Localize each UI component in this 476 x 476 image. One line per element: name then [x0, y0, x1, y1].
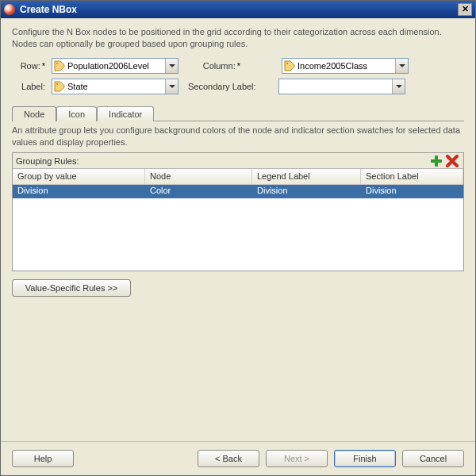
secondary-label-label: Secondary Label:	[188, 82, 275, 91]
dialog-window: Create NBox ✕ Configure the N Box nodes …	[0, 0, 476, 476]
header-node[interactable]: Node	[145, 169, 252, 184]
svg-point-5	[56, 83, 58, 85]
tabs: Node Icon Indicator	[12, 106, 464, 121]
header-groupby[interactable]: Group by value	[13, 169, 145, 184]
header-legend[interactable]: Legend Label	[252, 169, 361, 184]
tab-description: An attribute group lets you configure ba…	[12, 125, 464, 148]
tab-node[interactable]: Node	[12, 106, 56, 121]
add-icon[interactable]	[430, 155, 443, 167]
titlebar: Create NBox ✕	[1, 1, 475, 18]
back-button[interactable]: < Back	[198, 450, 259, 467]
row-label: Row:*	[12, 61, 48, 71]
chevron-down-icon[interactable]	[165, 79, 178, 94]
grouping-rules-table: Grouping Rules: Group by value Node Lege…	[12, 152, 464, 271]
svg-marker-0	[55, 61, 64, 71]
svg-marker-4	[55, 82, 64, 91]
close-icon[interactable]: ✕	[458, 3, 472, 16]
grouping-rules-title: Grouping Rules:	[16, 156, 427, 166]
tab-panel-node: An attribute group lets you configure ba…	[12, 121, 464, 298]
cell-legend: Division	[252, 185, 361, 198]
column-value: Income2005Class	[298, 61, 395, 71]
svg-point-3	[286, 63, 288, 64]
intro-text: Configure the N Box nodes to be position…	[12, 26, 464, 50]
tab-indicator[interactable]: Indicator	[97, 106, 154, 121]
table-row[interactable]: Division Color Division Division	[13, 185, 463, 198]
cancel-button[interactable]: Cancel	[402, 450, 464, 467]
secondary-label-combo[interactable]	[278, 79, 405, 94]
tag-icon	[54, 81, 65, 92]
footer: Help < Back Next > Finish Cancel	[1, 441, 475, 475]
delete-icon[interactable]	[446, 155, 459, 167]
tab-icon[interactable]: Icon	[56, 106, 97, 121]
table-header: Group by value Node Legend Label Section…	[13, 169, 463, 185]
row-combo[interactable]: Population2006Level	[52, 58, 178, 74]
row-value: Population2006Level	[67, 61, 165, 71]
cell-section: Division	[361, 185, 463, 198]
column-combo[interactable]: Income2005Class	[282, 58, 409, 74]
content-area: Configure the N Box nodes to be position…	[1, 18, 475, 441]
app-icon	[4, 4, 15, 15]
value-specific-rules-button[interactable]: Value-Specific Rules >>	[12, 279, 131, 297]
tag-icon	[284, 60, 295, 71]
label-value: State	[67, 82, 165, 91]
window-title: Create NBox	[20, 4, 77, 15]
column-label: Column:*	[188, 61, 244, 71]
table-toolbar: Grouping Rules:	[13, 153, 463, 169]
header-section[interactable]: Section Label	[361, 169, 463, 184]
svg-point-1	[56, 63, 58, 64]
label-label: Label:	[12, 82, 48, 91]
help-button[interactable]: Help	[12, 450, 74, 467]
svg-rect-7	[431, 159, 442, 163]
table-body: Division Color Division Division	[13, 185, 463, 271]
label-combo[interactable]: State	[52, 79, 178, 94]
chevron-down-icon[interactable]	[392, 79, 405, 94]
tag-icon	[54, 60, 65, 71]
next-button: Next >	[266, 450, 328, 467]
svg-marker-2	[285, 61, 294, 71]
finish-button[interactable]: Finish	[334, 450, 396, 467]
cell-groupby: Division	[13, 185, 145, 198]
cell-node: Color	[145, 185, 252, 198]
chevron-down-icon[interactable]	[395, 59, 408, 73]
chevron-down-icon[interactable]	[165, 59, 178, 73]
